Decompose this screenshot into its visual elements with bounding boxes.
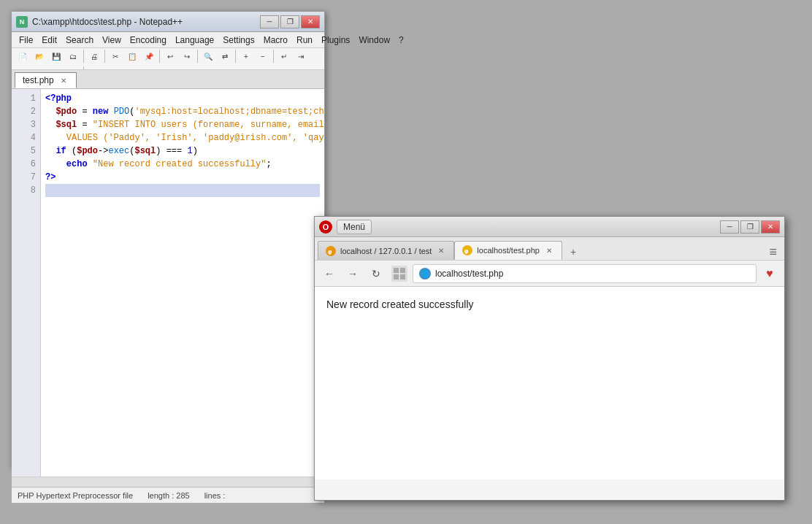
- npp-code-area[interactable]: 1 2 3 4 5 6 7 8 <?php $pdo = new PDO('my…: [12, 89, 324, 477]
- toolbar-find[interactable]: 🔍: [200, 48, 216, 64]
- npp-menubar: File Edit Search View Encoding Language …: [12, 32, 324, 48]
- npp-line-numbers: 1 2 3 4 5 6 7 8: [12, 89, 41, 477]
- opera-menu-button[interactable]: Menü: [337, 220, 372, 234]
- menu-view[interactable]: View: [98, 34, 126, 47]
- toolbar-new[interactable]: 📄: [15, 48, 31, 64]
- toolbar-record[interactable]: ⏺: [15, 65, 31, 70]
- opera-tab1-close[interactable]: ✕: [436, 246, 446, 256]
- opera-close-button[interactable]: ✕: [761, 220, 780, 234]
- toolbar-sep6: [273, 50, 274, 63]
- toolbar-playall[interactable]: ▶▶: [65, 65, 81, 70]
- opera-tab-localhost[interactable]: φ localhost / 127.0.0.1 / test ✕: [318, 241, 454, 260]
- opera-tab2-label: localhost/test.php: [477, 246, 540, 255]
- toolbar-sep4: [197, 50, 198, 63]
- npp-close-button[interactable]: ✕: [301, 15, 320, 28]
- npp-code-content[interactable]: <?php $pdo = new PDO('mysql:host=localho…: [41, 89, 324, 477]
- opera-logo-icon: O: [319, 220, 332, 234]
- line-num-7: 7: [12, 171, 40, 184]
- npp-app-icon: N: [16, 16, 28, 28]
- menu-run[interactable]: Run: [292, 34, 317, 47]
- line-num-2: 2: [12, 105, 40, 118]
- menu-encoding[interactable]: Encoding: [126, 34, 171, 47]
- opera-tabbar: φ localhost / 127.0.0.1 / test ✕ φ local…: [315, 237, 784, 261]
- npp-toolbar: 📄 📂 💾 🗂 🖨 ✂ 📋 📌 ↩ ↪ 🔍 ⇄ + − ↵ ⇥ ⏺ ⏹ ▶ ▶▶…: [12, 48, 324, 70]
- menu-search[interactable]: Search: [61, 34, 98, 47]
- npp-window-controls: ─ ❐ ✕: [260, 15, 320, 28]
- opera-tab2-close[interactable]: ✕: [544, 245, 554, 255]
- code-line-6: echo "New record created successfully";: [45, 158, 320, 171]
- toolbar-zoomin[interactable]: +: [238, 48, 254, 64]
- opera-tab-testphp[interactable]: φ localhost/test.php ✕: [454, 241, 562, 260]
- npp-restore-button[interactable]: ❐: [280, 15, 299, 28]
- line-num-3: 3: [12, 118, 40, 131]
- menu-macro[interactable]: Macro: [259, 34, 292, 47]
- svg-text:φ: φ: [464, 247, 469, 254]
- line-num-4: 4: [12, 131, 40, 145]
- toolbar-explorer[interactable]: 📁: [86, 65, 102, 70]
- npp-minimize-button[interactable]: ─: [260, 15, 279, 28]
- opera-window: O Menü ─ ❐ ✕ φ localhost / 127.0.0.1 / t…: [314, 216, 785, 501]
- opera-titlebar: O Menü ─ ❐ ✕: [315, 217, 784, 237]
- code-line-8: [45, 184, 320, 197]
- svg-text:φ: φ: [328, 248, 332, 255]
- menu-settings[interactable]: Settings: [218, 34, 258, 47]
- opera-minimize-button[interactable]: ─: [720, 220, 739, 234]
- opera-restore-button[interactable]: ❐: [740, 220, 759, 234]
- toolbar-wrap[interactable]: ↵: [276, 48, 292, 64]
- notepadpp-window: N C:\xampp\htdocs\test.php - Notepad++ ─…: [11, 11, 325, 467]
- line-num-6: 6: [12, 158, 40, 171]
- npp-tab-label: test.php: [23, 75, 54, 85]
- menu-language[interactable]: Language: [171, 34, 218, 47]
- toolbar-sep5: [235, 50, 236, 63]
- toolbar-saveall[interactable]: 🗂: [65, 48, 81, 64]
- npp-statusbar: PHP Hypertext Preprocessor file length :…: [12, 487, 324, 503]
- opera-address-text: localhost/test.php: [435, 269, 503, 279]
- opera-tab1-label: localhost / 127.0.0.1 / test: [340, 247, 432, 255]
- toolbar-paste[interactable]: 📌: [141, 48, 157, 64]
- opera-reload-button[interactable]: ↻: [366, 264, 386, 283]
- opera-tabs-menu[interactable]: ≡: [765, 244, 781, 260]
- toolbar-undo[interactable]: ↩: [162, 48, 178, 64]
- opera-forward-button[interactable]: →: [342, 264, 363, 283]
- toolbar-print[interactable]: 🖨: [86, 48, 102, 64]
- npp-horizontal-scrollbar[interactable]: [12, 477, 324, 487]
- npp-tab-close[interactable]: ✕: [58, 75, 69, 85]
- toolbar-sep3: [159, 50, 160, 63]
- menu-window[interactable]: Window: [354, 34, 394, 47]
- opera-bookmark-button[interactable]: ♥: [759, 264, 780, 283]
- line-num-8: 8: [12, 184, 40, 197]
- opera-addressbar[interactable]: 🌐 localhost/test.php: [413, 264, 757, 283]
- opera-window-controls: ─ ❐ ✕: [720, 220, 780, 234]
- toolbar-play[interactable]: ▶: [48, 65, 64, 70]
- npp-tab-testphp[interactable]: test.php ✕: [15, 72, 77, 88]
- code-line-1: <?php: [45, 92, 320, 105]
- speeddial-icon: [391, 266, 407, 282]
- toolbar-sep1: [83, 50, 84, 63]
- line-num-5: 5: [12, 145, 40, 158]
- opera-back-button[interactable]: ←: [319, 264, 340, 283]
- toolbar-redo[interactable]: ↪: [179, 48, 195, 64]
- toolbar-replace[interactable]: ⇄: [217, 48, 233, 64]
- npp-status-filetype: PHP Hypertext Preprocessor file: [18, 491, 133, 500]
- npp-status-lines: lines :: [204, 491, 226, 500]
- toolbar-save[interactable]: 💾: [48, 48, 64, 64]
- code-line-7: ?>: [45, 171, 320, 184]
- toolbar-cut[interactable]: ✂: [107, 48, 123, 64]
- opera-page-message: New record created successfully: [326, 298, 474, 310]
- menu-help[interactable]: ?: [394, 34, 408, 47]
- opera-tab2-favicon: φ: [462, 245, 472, 255]
- npp-titlebar: N C:\xampp\htdocs\test.php - Notepad++ ─…: [12, 12, 324, 32]
- toolbar-copy[interactable]: 📋: [124, 48, 140, 64]
- opera-speeddial-button[interactable]: [389, 264, 410, 283]
- code-line-2: $pdo = new PDO('mysql:host=localhost;dbn…: [45, 105, 320, 118]
- opera-new-tab-button[interactable]: +: [565, 244, 581, 260]
- toolbar-open[interactable]: 📂: [31, 48, 47, 64]
- menu-plugins[interactable]: Plugins: [317, 34, 354, 47]
- code-line-3: $sql = "INSERT INTO users (forename, sur…: [45, 118, 320, 131]
- menu-edit[interactable]: Edit: [37, 34, 61, 47]
- toolbar-zoomout[interactable]: −: [255, 48, 271, 64]
- menu-file[interactable]: File: [15, 34, 37, 47]
- toolbar-indent[interactable]: ⇥: [293, 48, 309, 64]
- toolbar-stop[interactable]: ⏹: [31, 65, 47, 70]
- npp-status-length: length : 285: [148, 491, 190, 500]
